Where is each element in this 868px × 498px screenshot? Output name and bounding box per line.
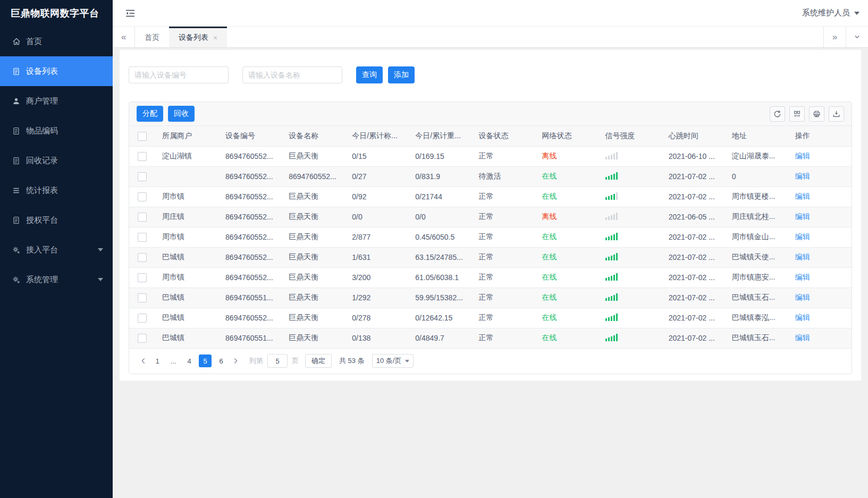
edit-link[interactable]: 编辑 (795, 192, 810, 200)
cell-today-count: 1/292 (345, 288, 408, 308)
cell-merchant: 巴城镇 (155, 247, 218, 267)
print-icon[interactable] (809, 106, 824, 122)
cell-device-no: 8694760552... (218, 308, 282, 328)
cell-today-weight: 0/12642.15 (408, 308, 471, 328)
network-status-badge: 在线 (542, 293, 557, 301)
tab-首页[interactable]: 首页 (135, 27, 169, 47)
cell-heartbeat: 2021-07-02 ... (662, 328, 725, 348)
row-checkbox-cell (129, 207, 155, 227)
cell-today-weight: 0/21744 (408, 187, 471, 207)
cell-network-status: 在线 (535, 288, 598, 308)
edit-link[interactable]: 编辑 (795, 252, 810, 261)
tabs-menu-icon[interactable] (846, 27, 868, 47)
edit-link[interactable]: 编辑 (795, 273, 810, 281)
edit-link[interactable]: 编辑 (795, 333, 810, 342)
cell-today-count: 0/278 (345, 308, 408, 328)
sidebar-item-report[interactable]: 统计报表 (0, 175, 113, 205)
close-icon[interactable]: × (213, 33, 217, 42)
cell-device-status: 正常 (471, 187, 535, 207)
edit-link[interactable]: 编辑 (795, 151, 810, 160)
cell-device-status: 正常 (471, 247, 535, 267)
cell-merchant: 巴城镇 (155, 328, 218, 348)
collapse-sidebar-icon[interactable] (125, 10, 135, 17)
confirm-button[interactable]: 确定 (305, 354, 332, 368)
cell-address: 0 (725, 166, 788, 187)
cell-network-status: 在线 (535, 187, 598, 207)
row-checkbox[interactable] (138, 192, 147, 201)
sidebar-item-auth-platform[interactable]: 授权平台 (0, 205, 113, 235)
row-checkbox[interactable] (138, 293, 147, 302)
add-button[interactable]: 添加 (388, 66, 415, 83)
page-size-select[interactable]: 10 条/页 (372, 354, 414, 368)
row-checkbox[interactable] (138, 213, 147, 222)
cell-heartbeat: 2021-06-05 ... (662, 207, 725, 227)
edit-link[interactable]: 编辑 (795, 313, 810, 322)
sidebar-item-access-platform[interactable]: 接入平台 (0, 235, 113, 265)
cell-today-count: 0/0 (345, 207, 408, 227)
cell-address: 巴城镇泰泓... (725, 308, 788, 328)
row-checkbox-cell (129, 308, 155, 328)
edit-link[interactable]: 编辑 (795, 232, 810, 241)
assign-button[interactable]: 分配 (137, 106, 163, 122)
table-header-6: 网络状态 (535, 126, 598, 146)
tab-设备列表[interactable]: 设备列表× (169, 27, 227, 47)
prev-page-icon[interactable] (137, 354, 149, 367)
user-menu[interactable]: 系统维护人员 (802, 8, 859, 18)
device-table-card: 分配 回收 (129, 102, 852, 374)
edit-link[interactable]: 编辑 (795, 212, 810, 221)
row-checkbox[interactable] (138, 233, 147, 242)
row-checkbox[interactable] (138, 253, 147, 262)
page-button-1[interactable]: 1 (151, 354, 164, 367)
sidebar-item-system-manage[interactable]: 系统管理 (0, 265, 113, 294)
sidebar-item-item-code[interactable]: 物品编码 (0, 116, 113, 146)
recycle-button[interactable]: 回收 (168, 106, 195, 122)
network-status-badge: 在线 (542, 172, 557, 180)
table-header-9: 地址 (725, 126, 788, 146)
cell-today-count: 0/27 (345, 166, 408, 187)
sidebar-item-device-list[interactable]: 设备列表 (0, 56, 113, 86)
cell-network-status: 在线 (535, 227, 598, 247)
page-button-4[interactable]: 4 (183, 354, 196, 367)
tabs-scroll-right-icon[interactable]: » (823, 27, 846, 47)
sidebar-item-recycle-record[interactable]: 回收记录 (0, 146, 113, 175)
edit-link[interactable]: 编辑 (795, 293, 810, 301)
page-button-...[interactable]: ... (167, 354, 180, 367)
caret-down-icon (854, 12, 859, 15)
tabs-scroll-left-icon[interactable]: « (113, 27, 135, 47)
network-status-badge: 在线 (542, 232, 557, 241)
cell-device-no: 8694760552... (218, 166, 282, 187)
row-checkbox[interactable] (138, 152, 147, 161)
export-icon[interactable] (829, 106, 844, 122)
page-button-6[interactable]: 6 (215, 354, 227, 367)
system-manage-icon (12, 275, 21, 284)
cell-device-name: 巨鼎天衡 (282, 187, 345, 207)
cell-today-weight: 61.05/6038.1 (408, 267, 471, 288)
sidebar-item-merchant-manage[interactable]: 商户管理 (0, 86, 113, 116)
row-checkbox-cell (129, 288, 155, 308)
row-checkbox[interactable] (138, 172, 147, 181)
cell-today-weight: 0/169.15 (408, 146, 471, 166)
next-page-icon[interactable] (229, 354, 242, 367)
row-checkbox[interactable] (138, 273, 147, 282)
select-all-checkbox[interactable] (138, 132, 147, 141)
device-no-input[interactable] (129, 66, 229, 83)
signal-strength-icon (605, 212, 618, 220)
edit-link[interactable]: 编辑 (795, 172, 810, 180)
tab-list: 首页设备列表× (135, 27, 823, 47)
sidebar-item-label: 回收记录 (26, 156, 58, 166)
goto-page-input[interactable] (267, 354, 288, 368)
tab-strip: « 首页设备列表× » (113, 27, 868, 48)
report-icon (12, 186, 21, 195)
sidebar-item-home[interactable]: 首页 (0, 27, 113, 56)
row-checkbox[interactable] (138, 314, 147, 323)
sidebar-item-label: 设备列表 (26, 66, 58, 77)
refresh-icon[interactable] (770, 106, 785, 122)
query-button[interactable]: 查询 (356, 66, 383, 83)
column-settings-icon[interactable] (789, 106, 805, 122)
cell-today-weight: 0/0 (408, 207, 471, 227)
device-name-input[interactable] (242, 66, 342, 83)
signal-strength-icon (605, 293, 618, 301)
row-checkbox-cell (129, 187, 155, 207)
row-checkbox[interactable] (138, 334, 147, 343)
page-button-5[interactable]: 5 (199, 354, 212, 367)
